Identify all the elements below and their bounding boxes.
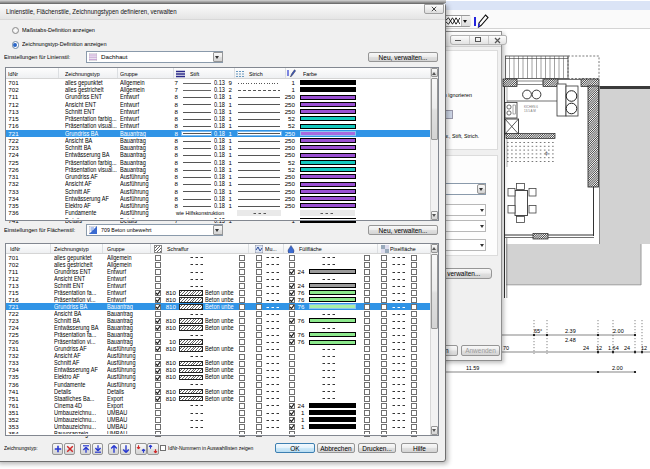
svg-text:ϕ: ϕ	[545, 150, 548, 156]
svg-text:24: 24	[624, 345, 630, 351]
svg-text:2.00: 2.00	[613, 328, 624, 334]
svg-text:11.59: 11.59	[466, 365, 479, 371]
svg-text:13.5 A M: 13.5 A M	[524, 109, 536, 113]
svg-text:12: 12	[596, 345, 602, 351]
svg-text:12: 12	[641, 345, 647, 351]
svg-text:24: 24	[583, 345, 589, 351]
svg-text:70: 70	[503, 345, 509, 351]
svg-text:2.48: 2.48	[565, 337, 576, 343]
svg-text:2.00: 2.00	[612, 365, 623, 371]
svg-text:1.64: 1.64	[608, 345, 619, 351]
svg-text:65°: 65°	[534, 328, 542, 334]
svg-text:2.39: 2.39	[565, 328, 576, 334]
